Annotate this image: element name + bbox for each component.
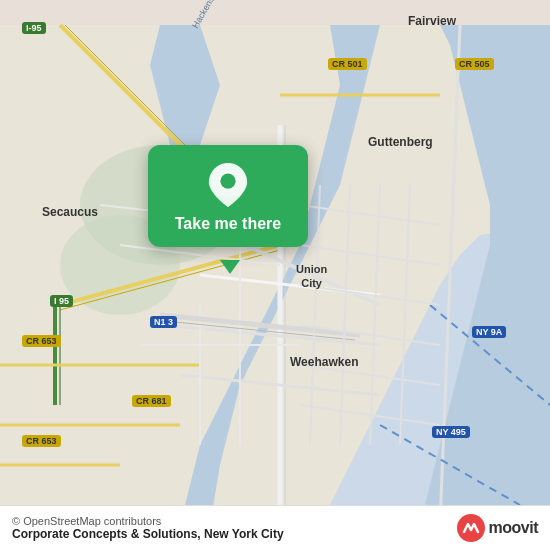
location-pin-icon	[208, 163, 248, 207]
map-attribution: © OpenStreetMap contributors Corporate C…	[12, 515, 284, 541]
label-guttenberg: Guttenberg	[368, 135, 433, 149]
badge-i95-top: I-95	[22, 22, 46, 34]
location-name: Corporate Concepts & Solutions, New York…	[12, 527, 284, 541]
moovit-logo: moovit	[457, 514, 538, 542]
label-weehawken: Weehawken	[290, 355, 358, 369]
badge-cr653-top: CR 653	[22, 335, 61, 347]
moovit-icon	[457, 514, 485, 542]
badge-cr505: CR 505	[455, 58, 494, 70]
label-secaucus: Secaucus	[42, 205, 98, 219]
badge-cr653-bot: CR 653	[22, 435, 61, 447]
badge-ny495: NY 495	[432, 426, 470, 438]
popup-card[interactable]: Take me there	[148, 145, 308, 247]
map-background	[0, 0, 550, 550]
label-union-city: UnionCity	[296, 262, 327, 291]
badge-cr501: CR 501	[328, 58, 367, 70]
badge-ny9a: NY 9A	[472, 326, 506, 338]
badge-i95-mid: I 95	[50, 295, 73, 307]
badge-cr681: CR 681	[132, 395, 171, 407]
map-container: I-95 CR 501 CR 505 I 95 N1 3 CR 653 CR 6…	[0, 0, 550, 550]
label-fairview: Fairview	[408, 14, 456, 28]
moovit-text: moovit	[489, 519, 538, 537]
svg-point-47	[220, 174, 235, 189]
popup-label: Take me there	[175, 215, 281, 233]
attribution-text: © OpenStreetMap contributors	[12, 515, 161, 527]
bottom-bar: © OpenStreetMap contributors Corporate C…	[0, 505, 550, 550]
popup-tail	[220, 260, 240, 274]
badge-n13: N1 3	[150, 316, 177, 328]
